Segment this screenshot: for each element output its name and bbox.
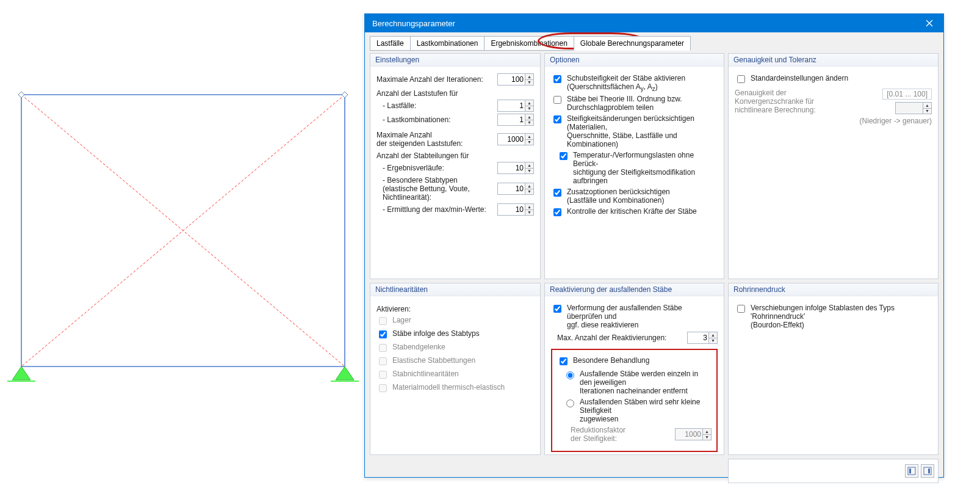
- group-pipe-pressure: Rohrinnendruck Verschiebungen infolge St…: [728, 283, 939, 455]
- group-settings: Einstellungen Maximale Anzahl der Iterat…: [370, 53, 541, 279]
- group-accuracy-header: Genauigkeit und Toleranz: [729, 54, 938, 67]
- cb-stabbettungen: Elastische Stabbettungen: [377, 356, 534, 367]
- group-reactivation-header: Reaktivierung der ausfallenden Stäbe: [545, 283, 724, 296]
- close-icon: [926, 20, 933, 27]
- tab-strip: Lastfälle Lastkombinationen Ergebniskomb…: [365, 32, 943, 51]
- rb-small-stiffness[interactable]: Ausfallenden Stäben wird sehr kleine Ste…: [557, 398, 712, 423]
- cb-material-thermisch: Materialmodell thermisch-elastisch: [377, 383, 534, 394]
- extras-button-2[interactable]: [921, 464, 934, 478]
- res-label: - Ergebnisverläufe:: [383, 164, 444, 172]
- cb-special-treatment[interactable]: Besondere Behandlung: [557, 356, 712, 367]
- divisions-label: Anzahl der Stabteilungen für: [377, 151, 534, 160]
- rb-remove-individually[interactable]: Ausfallende Stäbe werden einzeln in den …: [557, 370, 712, 395]
- svg-marker-5: [336, 366, 354, 380]
- tab-globale-berechnungsparameter[interactable]: Globale Berechnungsparameter: [574, 36, 691, 51]
- dialog-titlebar: Berechnungsparameter: [365, 14, 943, 32]
- maxreact-label: Max. Anzahl der Reaktivierungen:: [557, 334, 666, 342]
- svg-rect-13: [928, 469, 930, 473]
- spec-label: - Besondere Stabtypen (elastische Bettun…: [383, 176, 470, 202]
- close-button[interactable]: [915, 14, 943, 32]
- structure-diagram: [0, 0, 364, 485]
- group-nonlinearities: Nichtlinearitäten Aktivieren: Lager Stäb…: [370, 283, 541, 455]
- tab-lastkombinationen[interactable]: Lastkombinationen: [410, 36, 485, 51]
- loadsteps-label: Anzahl der Laststufen für: [377, 89, 534, 98]
- conv-label: Genauigkeit der Konvergenzschranke für n…: [735, 89, 816, 114]
- svg-rect-12: [924, 467, 931, 475]
- calculation-parameters-dialog: Berechnungsparameter Lastfälle Lastkombi…: [364, 13, 944, 478]
- cb-shear-stiffness[interactable]: Schubsteifigkeit der Stäbe aktivieren (Q…: [551, 74, 718, 92]
- tab-ergebniskombinationen[interactable]: Ergebniskombinationen: [484, 36, 574, 51]
- cb-theory-iii[interactable]: Stäbe bei Theorie III. Ordnung bzw.Durch…: [551, 95, 718, 112]
- group-pipe-pressure-header: Rohrinnendruck: [729, 283, 938, 296]
- conv-range: [0.01 ... 100]: [882, 89, 932, 100]
- group-extras: [728, 459, 939, 483]
- group-settings-header: Einstellungen: [370, 54, 540, 67]
- cb-check-deformation[interactable]: Verformung der ausfallenden Stäbe überpr…: [551, 304, 718, 329]
- spec-spinner[interactable]: ▲▼: [497, 183, 534, 195]
- max-iter-spinner[interactable]: ▲▼: [497, 73, 534, 86]
- reduction-label: Reduktionsfaktorder Steifigkeit:: [571, 426, 625, 443]
- spin-up-icon[interactable]: ▲: [525, 74, 533, 80]
- max-inc-spinner[interactable]: ▲▼: [497, 133, 534, 145]
- dialog-body: Einstellungen Maximale Anzahl der Iterat…: [365, 51, 943, 485]
- cb-critical-forces[interactable]: Kontrolle der kritischen Kräfte der Stäb…: [551, 207, 718, 218]
- cb-change-defaults[interactable]: Standardeinstellungen ändern: [735, 74, 932, 85]
- cb-temperature-loads[interactable]: Temperatur-/Verformungslasten ohne Berüc…: [551, 151, 718, 185]
- maxmin-label: - Ermittlung der max/min-Werte:: [383, 205, 486, 214]
- cb-bourdon-effect[interactable]: Verschiebungen infolge Stablasten des Ty…: [735, 304, 932, 329]
- svg-marker-2: [18, 92, 24, 98]
- max-inc-label: Maximale Anzahl der steigenden Laststufe…: [377, 131, 463, 148]
- maxmin-spinner[interactable]: ▲▼: [497, 203, 534, 216]
- cb-stabtyp[interactable]: Stäbe infolge des Stabtyps: [377, 329, 534, 340]
- svg-rect-11: [909, 469, 911, 473]
- conv-spinner: ▲▼: [895, 102, 932, 114]
- lf-spinner[interactable]: ▲▼: [497, 100, 534, 112]
- cb-lager: Lager: [377, 316, 534, 327]
- settings-b-icon: [923, 467, 932, 475]
- activate-label: Aktivieren:: [377, 305, 534, 313]
- cb-stiffness-changes[interactable]: Steifigkeitsänderungen berücksichtigen (…: [551, 114, 718, 148]
- lf-label: - Lastfälle:: [383, 101, 416, 110]
- cb-extra-options[interactable]: Zusatzoptionen berücksichtigen(Lastfälle…: [551, 188, 718, 205]
- conv-hint: (Niedriger -> genauer): [735, 117, 932, 125]
- group-options-header: Optionen: [545, 54, 724, 67]
- lk-label: - Lastkombinationen:: [383, 115, 450, 124]
- group-nonlinearities-header: Nichtlinearitäten: [370, 283, 540, 296]
- dialog-title: Berechnungsparameter: [372, 19, 455, 28]
- tab-lastfaelle[interactable]: Lastfälle: [370, 36, 411, 51]
- max-iter-label: Maximale Anzahl der Iterationen:: [377, 75, 483, 84]
- special-treatment-highlight: Besondere Behandlung Ausfallende Stäbe w…: [551, 349, 718, 452]
- svg-marker-4: [12, 366, 31, 380]
- group-reactivation: Reaktivierung der ausfallenden Stäbe Ver…: [544, 283, 724, 455]
- lk-spinner[interactable]: ▲▼: [497, 114, 534, 126]
- group-accuracy: Genauigkeit und Toleranz Standardeinstel…: [728, 53, 939, 279]
- svg-rect-10: [908, 467, 915, 475]
- group-options: Optionen Schubsteifigkeit der Stäbe akti…: [544, 53, 724, 279]
- cb-stabendgelenke: Stabendgelenke: [377, 343, 534, 354]
- settings-a-icon: [907, 467, 916, 475]
- maxreact-spinner[interactable]: ▲▼: [687, 332, 718, 344]
- extras-button-1[interactable]: [905, 464, 918, 478]
- res-spinner[interactable]: ▲▼: [497, 162, 534, 174]
- spin-down-icon[interactable]: ▼: [525, 80, 533, 86]
- svg-marker-3: [342, 92, 348, 98]
- cb-stabnichtlinearitaeten: Stabnichtlinearitäten: [377, 370, 534, 381]
- reduction-spinner: ▲▼: [675, 428, 712, 440]
